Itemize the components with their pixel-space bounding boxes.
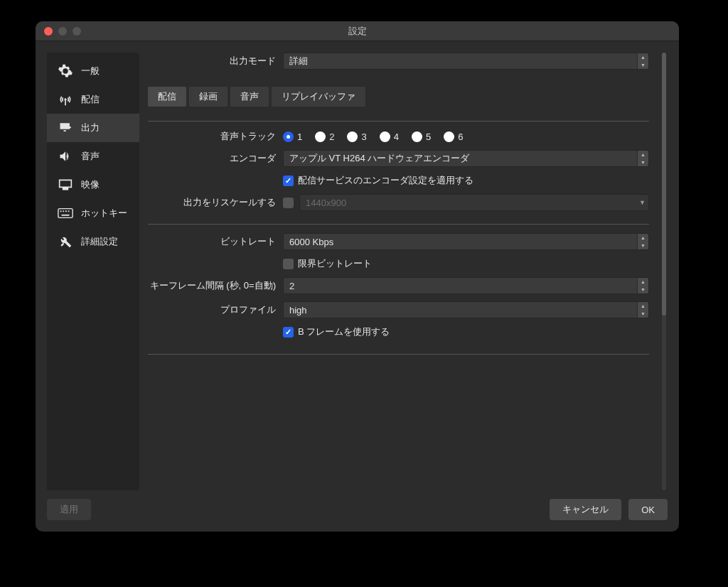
audio-track-2[interactable]: 2 <box>315 131 334 142</box>
tab-replay-buffer[interactable]: リプレイバッファ <box>272 87 365 107</box>
window-title: 設定 <box>348 25 367 38</box>
svg-rect-0 <box>58 209 73 218</box>
audio-track-5[interactable]: 5 <box>412 131 431 142</box>
sidebar-item-output[interactable]: 出力 <box>47 114 139 142</box>
profile-select[interactable]: high ▲▼ <box>283 301 649 318</box>
sidebar-item-video[interactable]: 映像 <box>47 171 139 199</box>
output-tabs: 配信 録画 音声 リプレイバッファ <box>148 87 649 107</box>
sidebar-item-label: 配信 <box>81 93 100 106</box>
stepper-icon[interactable]: ▲▼ <box>637 234 648 249</box>
tab-audio[interactable]: 音声 <box>230 87 269 107</box>
rescale-label: 出力をリスケールする <box>148 196 283 209</box>
sidebar-item-label: 詳細設定 <box>81 235 118 248</box>
minimize-window-button[interactable] <box>58 27 67 36</box>
svg-rect-4 <box>68 210 70 212</box>
sidebar-item-label: ホットキー <box>81 207 127 220</box>
audio-track-4[interactable]: 4 <box>380 131 399 142</box>
gear-icon <box>57 64 74 78</box>
keyboard-icon <box>57 206 74 220</box>
encoder-label: エンコーダ <box>148 152 283 165</box>
audio-track-label: 音声トラック <box>148 130 283 143</box>
dropdown-arrows-icon: ▲▼ <box>637 151 648 166</box>
settings-window: 設定 一般 配信 出力 音声 <box>36 21 679 532</box>
profile-label: プロファイル <box>148 303 283 316</box>
sidebar-item-stream[interactable]: 配信 <box>47 85 139 114</box>
stepper-icon[interactable]: ▲▼ <box>637 278 648 294</box>
close-window-button[interactable] <box>44 27 53 36</box>
rescale-value-select[interactable]: 1440x900 ▼ <box>299 194 649 211</box>
sidebar-item-general[interactable]: 一般 <box>47 57 139 85</box>
zoom-window-button[interactable] <box>73 27 81 36</box>
svg-rect-1 <box>60 210 62 212</box>
tab-recording[interactable]: 録画 <box>189 87 228 107</box>
output-mode-label: 出力モード <box>148 55 283 68</box>
sidebar-item-label: 一般 <box>81 65 100 77</box>
bframes-checkbox[interactable]: ✓ B フレームを使用する <box>283 325 390 338</box>
content-scrollbar[interactable] <box>662 53 666 490</box>
ok-button[interactable]: OK <box>628 499 668 520</box>
checkmark-icon: ✓ <box>283 327 294 338</box>
titlebar[interactable]: 設定 <box>36 21 679 41</box>
sidebar-item-label: 出力 <box>81 122 100 134</box>
keyframe-input[interactable]: 2 ▲▼ <box>283 277 649 294</box>
output-mode-select[interactable]: 詳細 ▲▼ <box>283 53 649 70</box>
settings-sidebar: 一般 配信 出力 音声 映像 <box>47 53 139 490</box>
cancel-button[interactable]: キャンセル <box>550 499 621 520</box>
chevron-down-icon: ▼ <box>639 199 646 206</box>
sidebar-item-advanced[interactable]: 詳細設定 <box>47 227 139 256</box>
speaker-icon <box>57 149 74 163</box>
audio-track-6[interactable]: 6 <box>444 131 463 142</box>
bitrate-label: ビットレート <box>148 235 283 248</box>
output-icon <box>57 121 74 135</box>
svg-rect-5 <box>62 215 70 216</box>
bitrate-input[interactable]: 6000 Kbps ▲▼ <box>283 233 649 250</box>
dialog-footer: 適用 キャンセル OK <box>36 490 679 532</box>
monitor-icon <box>57 178 74 192</box>
sidebar-item-audio[interactable]: 音声 <box>47 142 139 171</box>
audio-track-1[interactable]: 1 <box>283 131 302 142</box>
dropdown-arrows-icon: ▲▼ <box>637 302 648 318</box>
apply-button[interactable]: 適用 <box>47 499 91 520</box>
apply-service-settings-checkbox[interactable]: ✓ 配信サービスのエンコーダ設定を適用する <box>283 174 473 187</box>
sidebar-item-label: 音声 <box>81 150 100 163</box>
limit-bitrate-checkbox[interactable]: 限界ビットレート <box>283 257 372 270</box>
encoder-select[interactable]: アップル VT H264 ハードウェアエンコーダ ▲▼ <box>283 150 649 167</box>
audio-track-radios: 1 2 3 4 5 6 <box>283 131 463 142</box>
audio-track-3[interactable]: 3 <box>347 131 366 142</box>
keyframe-label: キーフレーム間隔 (秒, 0=自動) <box>148 279 283 292</box>
tab-streaming[interactable]: 配信 <box>148 87 186 107</box>
content-panel: 出力モード 詳細 ▲▼ 配信 録画 音声 リプレイバッファ <box>148 53 649 490</box>
rescale-checkbox[interactable] <box>283 198 294 208</box>
checkmark-icon: ✓ <box>283 176 294 186</box>
dropdown-arrows-icon: ▲▼ <box>637 53 648 69</box>
sidebar-item-hotkeys[interactable]: ホットキー <box>47 199 139 227</box>
broadcast-icon <box>57 92 74 107</box>
tools-icon <box>57 235 74 249</box>
svg-rect-2 <box>63 210 64 212</box>
svg-rect-3 <box>65 210 67 212</box>
sidebar-item-label: 映像 <box>81 178 100 191</box>
